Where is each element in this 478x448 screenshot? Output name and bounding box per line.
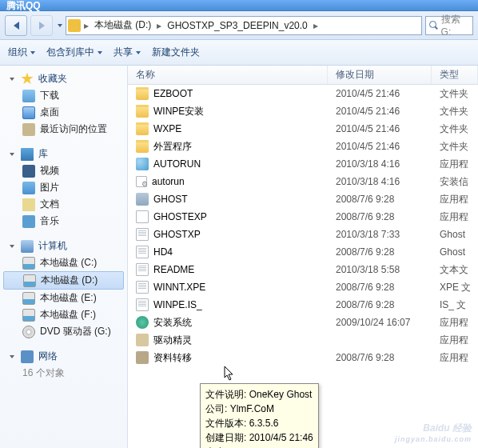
file-row[interactable]: WINNT.XPE2008/7/6 9:28XPE 文 xyxy=(128,278,478,296)
sidebar-recent[interactable]: 最近访问的位置 xyxy=(0,121,127,138)
organize-button[interactable]: 组织 xyxy=(8,46,35,59)
file-date: 2008/7/6 9:28 xyxy=(328,194,432,205)
file-icon xyxy=(136,176,147,187)
picture-icon xyxy=(22,182,35,194)
arrow-right-icon xyxy=(39,22,45,30)
music-icon xyxy=(22,215,35,228)
app-name: 腾讯QQ xyxy=(6,0,41,11)
file-type: IS_ 文 xyxy=(432,298,478,312)
expand-icon xyxy=(10,78,14,81)
breadcrumb-sep: ▸ xyxy=(82,20,90,31)
sidebar-downloads[interactable]: 下载 xyxy=(0,87,127,104)
file-name: WINPE安装 xyxy=(153,105,204,118)
file-row[interactable]: GHOSTEXP2008/7/6 9:28应用程 xyxy=(128,208,478,226)
column-date[interactable]: 修改日期 xyxy=(328,66,432,84)
file-type: Ghost xyxy=(432,229,478,240)
search-box[interactable]: 搜索 G: xyxy=(425,16,473,35)
file-row[interactable]: README2010/3/18 5:58文本文 xyxy=(128,261,478,278)
file-row[interactable]: 安装系统2009/10/24 16:07应用程 xyxy=(128,314,478,331)
file-date: 2010/3/18 5:58 xyxy=(328,264,432,275)
video-icon xyxy=(22,165,35,178)
file-icon xyxy=(136,210,149,223)
sidebar-documents[interactable]: 文档 xyxy=(0,196,127,213)
sidebar-dvd-drive[interactable]: DVD 驱动器 (G:) xyxy=(0,323,127,340)
sidebar-drive-c[interactable]: 本地磁盘 (C:) xyxy=(0,254,127,271)
computer-icon xyxy=(21,240,34,253)
file-date: 2010/3/18 7:33 xyxy=(328,229,432,240)
sidebar-drive-f[interactable]: 本地磁盘 (F:) xyxy=(0,306,127,323)
chevron-down-icon xyxy=(30,51,35,54)
sidebar-videos[interactable]: 视频 xyxy=(0,162,127,179)
breadcrumb-seg[interactable]: GHOSTXP_SP3_DEEPIN_v20.0 xyxy=(165,20,309,31)
file-date: 2008/7/6 9:28 xyxy=(328,246,432,258)
file-name: GHOST xyxy=(153,194,188,205)
toolbar: 组织 包含到库中 共享 新建文件夹 xyxy=(0,40,478,66)
nav-forward-button[interactable] xyxy=(30,15,53,36)
file-row[interactable]: AUTORUN2010/3/18 4:16应用程 xyxy=(128,155,478,173)
file-type: XPE 文 xyxy=(432,281,478,294)
file-name: 驱动精灵 xyxy=(153,334,192,347)
sidebar-favorites[interactable]: 收藏夹 xyxy=(0,70,127,87)
share-button[interactable]: 共享 xyxy=(114,46,141,59)
file-row[interactable]: WINPE安装2010/4/5 21:46文件夹 xyxy=(128,102,478,120)
sidebar-drive-d[interactable]: 本地磁盘 (D:) xyxy=(3,271,124,290)
file-type: 文件夹 xyxy=(432,140,478,154)
drive-icon xyxy=(22,257,35,270)
file-row[interactable]: 资料转移2008/7/6 9:28应用程 xyxy=(128,349,478,366)
star-icon xyxy=(21,73,34,86)
file-date: 2010/4/5 21:46 xyxy=(328,141,432,152)
sidebar-music[interactable]: 音乐 xyxy=(0,213,127,230)
file-icon xyxy=(136,351,149,364)
file-list: EZBOOT2010/4/5 21:46文件夹WINPE安装2010/4/5 2… xyxy=(128,85,478,366)
sidebar: 收藏夹 下载 桌面 最近访问的位置 库 视频 图片 文档 音乐 计算机 本地磁盘… xyxy=(0,66,128,448)
file-date: 2008/7/6 9:28 xyxy=(328,299,432,310)
sidebar-desktop[interactable]: 桌面 xyxy=(0,104,127,121)
file-row[interactable]: 外置程序2010/4/5 21:46文件夹 xyxy=(128,138,478,155)
file-date: 2010/4/5 21:46 xyxy=(328,106,432,117)
file-row[interactable]: 驱动精灵应用程 xyxy=(128,331,478,349)
file-type: 文件夹 xyxy=(432,105,478,118)
file-row[interactable]: EZBOOT2010/4/5 21:46文件夹 xyxy=(128,85,478,102)
file-row[interactable]: autorun2010/3/18 4:16安装信 xyxy=(128,173,478,190)
chevron-down-icon xyxy=(98,51,102,54)
include-in-library-button[interactable]: 包含到库中 xyxy=(46,46,102,59)
window-titlebar: 腾讯QQ xyxy=(0,0,478,11)
network-icon xyxy=(21,350,34,363)
new-folder-button[interactable]: 新建文件夹 xyxy=(152,46,200,59)
search-placeholder: 搜索 G: xyxy=(441,13,469,38)
file-icon xyxy=(136,122,149,135)
expand-icon xyxy=(10,355,14,358)
file-date: 2008/7/6 9:28 xyxy=(328,211,432,222)
file-type: 应用程 xyxy=(432,193,478,206)
sidebar-drive-e[interactable]: 本地磁盘 (E:) xyxy=(0,290,127,306)
file-date: 2008/7/6 9:28 xyxy=(328,282,432,293)
file-name: autorun xyxy=(152,176,185,187)
address-bar[interactable]: ▸ 本地磁盘 (D:) ▸ GHOSTXP_SP3_DEEPIN_v20.0 ▸ xyxy=(66,16,422,35)
sidebar-computer[interactable]: 计算机 xyxy=(0,238,127,254)
file-icon xyxy=(136,158,149,170)
breadcrumb-sep: ▸ xyxy=(155,20,163,31)
file-row[interactable]: HD42008/7/6 9:28Ghost xyxy=(128,243,478,261)
file-name: EZBOOT xyxy=(153,88,193,99)
breadcrumb-sep: ▸ xyxy=(312,20,320,31)
search-icon xyxy=(429,21,438,30)
sidebar-pictures[interactable]: 图片 xyxy=(0,179,127,196)
file-row[interactable]: WXPE2010/4/5 21:46文件夹 xyxy=(128,120,478,138)
file-date: 2008/7/6 9:28 xyxy=(328,352,432,363)
document-icon xyxy=(22,198,35,211)
column-type[interactable]: 类型 xyxy=(432,66,478,84)
sidebar-libraries[interactable]: 库 xyxy=(0,146,127,162)
file-type: Ghost xyxy=(432,246,478,258)
download-icon xyxy=(22,90,35,102)
column-name[interactable]: 名称 xyxy=(128,66,328,84)
file-row[interactable]: GHOST2008/7/6 9:28应用程 xyxy=(128,190,478,208)
chevron-down-icon xyxy=(136,51,141,54)
file-row[interactable]: WINPE.IS_2008/7/6 9:28IS_ 文 xyxy=(128,296,478,314)
breadcrumb-seg[interactable]: 本地磁盘 (D:) xyxy=(92,18,153,32)
nav-history-dropdown[interactable] xyxy=(58,24,62,27)
file-date: 2010/3/18 4:16 xyxy=(328,176,432,187)
nav-back-button[interactable] xyxy=(5,15,27,36)
sidebar-network[interactable]: 网络 xyxy=(0,348,127,365)
file-row[interactable]: GHOSTXP2010/3/18 7:33Ghost xyxy=(128,226,478,243)
file-icon xyxy=(136,281,149,294)
